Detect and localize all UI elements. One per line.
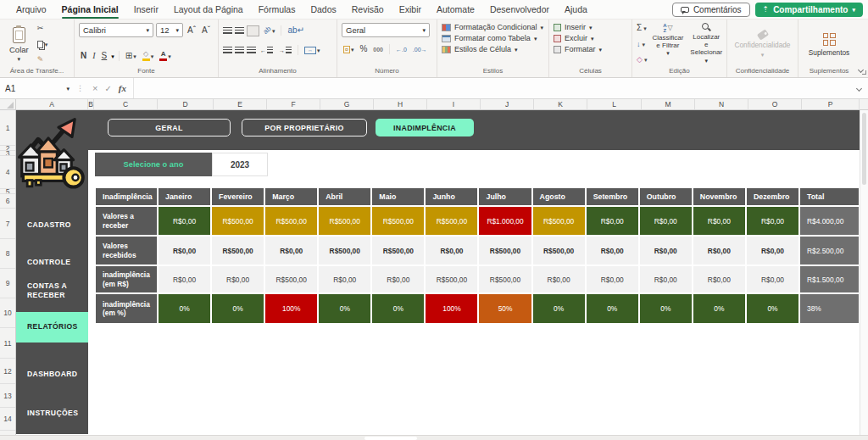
year-selector-value[interactable]: 2023 — [212, 153, 268, 176]
align-right-button[interactable] — [247, 47, 256, 53]
table-header-cell[interactable]: Outubro — [640, 188, 692, 205]
row-header-13[interactable]: 13 — [0, 384, 15, 408]
align-center-button[interactable] — [235, 47, 244, 53]
table-cell[interactable]: R$0,00 — [159, 266, 210, 292]
borders-button[interactable]: ⊞▾ — [124, 52, 138, 60]
share-button[interactable]: ⇡ Compartilhamento ▾ — [755, 3, 863, 17]
table-cell[interactable]: R$500,00 — [319, 207, 370, 235]
bold-button[interactable]: N — [79, 52, 88, 60]
row-header-9[interactable]: 9 — [0, 269, 15, 298]
table-cell[interactable]: 50% — [479, 294, 531, 323]
table-cell[interactable]: R$0,00 — [372, 266, 424, 292]
table-cell[interactable]: 0% — [640, 294, 692, 323]
row-header-11[interactable]: 11 — [0, 328, 15, 359]
table-cell[interactable]: R$0,00 — [640, 207, 692, 235]
cut-button[interactable]: ✂ — [37, 24, 48, 33]
table-cell[interactable]: R$0,00 — [587, 207, 638, 235]
table-cell[interactable]: R$500,00 — [372, 237, 424, 265]
menu-tab-arquivo[interactable]: Arquivo — [8, 0, 54, 19]
table-cell[interactable]: R$500,00 — [212, 237, 264, 265]
name-box[interactable]: A1 ▾ — [0, 78, 75, 98]
column-header-B[interactable]: B — [88, 99, 94, 109]
row-header-6[interactable]: 6 — [0, 194, 15, 209]
confirm-entry-icon[interactable]: ✓ — [104, 84, 111, 93]
table-cell[interactable]: R$0,00 — [319, 266, 370, 292]
table-cell[interactable]: R$1.000,00 — [479, 207, 531, 235]
delete-cells-button[interactable]: Excluir▾ — [554, 35, 627, 42]
table-row-label[interactable]: Valores recebidos — [96, 237, 157, 265]
increase-indent-button[interactable]: → — [277, 47, 293, 53]
table-cell[interactable]: R$500,00 — [265, 207, 317, 235]
vertical-scrollbar[interactable] — [860, 110, 868, 435]
table-cell[interactable]: R$0,00 — [533, 266, 585, 292]
table-cell[interactable]: R$500,00 — [426, 207, 477, 235]
sidebar-item-dashboard[interactable]: DASHBOARD — [16, 366, 88, 382]
menu-tab-fórmulas[interactable]: Fórmulas — [251, 0, 303, 19]
menu-tab-página-inicial[interactable]: Página Inicial — [54, 0, 126, 19]
row-header-12[interactable]: 12 — [0, 359, 15, 384]
table-cell[interactable]: R$500,00 — [212, 207, 264, 235]
row-header-7[interactable]: 7 — [0, 209, 15, 239]
table-header-cell[interactable]: Inadimplência — [96, 188, 157, 205]
insert-function-icon[interactable]: fx — [119, 83, 126, 93]
column-header-I[interactable]: I — [427, 99, 481, 109]
table-cell[interactable]: R$500,00 — [265, 266, 317, 292]
sensitivity-button[interactable]: Confidencialidade — [735, 41, 791, 49]
italic-button[interactable]: I — [91, 52, 97, 60]
table-cell[interactable]: R$0,00 — [159, 207, 210, 235]
comments-button[interactable]: Comentários — [672, 3, 750, 17]
format-as-table-button[interactable]: Formatar como Tabela▾ — [442, 35, 544, 42]
column-header-P[interactable]: P — [802, 99, 860, 109]
font-name-select[interactable]: Calibri▾ — [79, 23, 153, 37]
fill-button[interactable]: ↓▾ — [637, 40, 647, 49]
column-header-H[interactable]: H — [374, 99, 427, 109]
format-painter-button[interactable]: ✎ — [37, 55, 48, 64]
fill-color-button[interactable]: ◇ ▾ — [141, 51, 156, 61]
table-row-label[interactable]: inadimplência (em %) — [96, 294, 157, 323]
find-select-button[interactable]: Localizar e Selecionar ▾ — [688, 23, 724, 66]
vertical-scrollbar-thumb[interactable] — [862, 113, 866, 185]
table-header-cell[interactable]: Maio — [372, 188, 424, 205]
formula-input[interactable] — [134, 78, 850, 98]
table-cell[interactable]: 0% — [533, 294, 585, 323]
menu-tab-revisão[interactable]: Revisão — [344, 0, 392, 19]
percent-style-button[interactable]: % — [358, 45, 369, 53]
autosum-button[interactable]: Σ▾ — [637, 23, 647, 34]
align-left-button[interactable] — [223, 47, 232, 53]
column-header-L[interactable]: L — [587, 99, 642, 109]
table-header-cell[interactable]: Total — [800, 188, 859, 205]
table-cell[interactable]: 0% — [747, 294, 798, 323]
table-header-cell[interactable]: Agosto — [533, 188, 585, 205]
menu-tab-inserir[interactable]: Inserir — [126, 0, 166, 19]
sidebar-item-controle[interactable]: CONTROLE — [16, 254, 88, 270]
row-header-8[interactable]: 8 — [0, 239, 15, 269]
table-header-cell[interactable]: Julho — [479, 188, 531, 205]
table-cell[interactable]: R$0,00 — [747, 266, 798, 292]
insert-cells-button[interactable]: Inserir▾ — [554, 24, 627, 31]
copy-button[interactable]: ▾ — [37, 41, 48, 48]
table-header-cell[interactable]: Novembro — [693, 188, 745, 205]
table-cell[interactable]: R$0,00 — [747, 237, 798, 265]
decrease-font-button[interactable]: Aˇ — [200, 26, 212, 35]
column-header-N[interactable]: N — [695, 99, 748, 109]
align-top-button[interactable] — [223, 27, 232, 34]
menu-tab-exibir[interactable]: Exibir — [392, 0, 429, 19]
menu-tab-layout-da-página[interactable]: Layout da Página — [166, 0, 251, 19]
align-middle-button[interactable] — [235, 27, 244, 34]
table-cell[interactable]: R$0,00 — [693, 237, 745, 265]
table-cell[interactable]: R$0,00 — [747, 207, 798, 235]
table-total-cell[interactable]: R$2.500,00 — [800, 237, 859, 265]
sidebar-item-relatórios[interactable]: RELATÓRIOS — [16, 312, 88, 343]
number-format-select[interactable]: Geral▾ — [342, 23, 430, 37]
decrease-indent-button[interactable]: ← — [259, 47, 275, 53]
menu-tab-desenvolvedor[interactable]: Desenvolvedor — [482, 0, 557, 19]
sidebar-item-contas-a-receber[interactable]: CONTAS A RECEBER — [16, 278, 88, 304]
table-cell[interactable]: R$0,00 — [587, 266, 638, 292]
menu-tab-dados[interactable]: Dados — [303, 0, 343, 19]
column-header-O[interactable]: O — [748, 99, 802, 109]
menu-tab-automate[interactable]: Automate — [429, 0, 482, 19]
orientation-button[interactable]: ab▾ — [262, 27, 276, 34]
table-total-cell[interactable]: 38% — [800, 294, 859, 323]
font-size-select[interactable]: 12▾ — [156, 23, 183, 37]
table-cell[interactable]: R$0,00 — [640, 237, 692, 265]
